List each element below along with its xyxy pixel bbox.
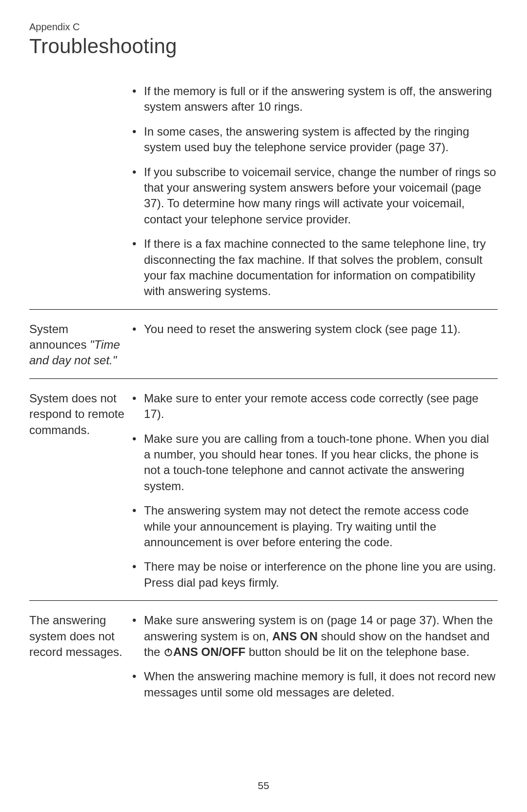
text-fragment: If there is a fax machine connected to t… — [144, 237, 486, 297]
list-item: If you subscribe to voicemail service, c… — [129, 164, 498, 228]
list-item: If the memory is full or if the answerin… — [129, 83, 498, 115]
solutions-list: If the memory is full or if the answerin… — [129, 83, 498, 299]
list-item: In some cases, the answering system is a… — [129, 124, 498, 156]
list-item: If there is a fax machine connected to t… — [129, 236, 498, 299]
list-item: Make sure you are calling from a touch-t… — [129, 431, 498, 495]
list-item: The answering system may not detect the … — [129, 503, 498, 550]
text-fragment: System announces — [29, 322, 90, 351]
text-fragment: There may be noise or interference on th… — [144, 560, 496, 589]
solutions-cell: If the memory is full or if the answerin… — [129, 83, 498, 299]
table-row: System announces "Time and day not set."… — [29, 310, 498, 378]
list-item: Make sure answering system is on (page 1… — [129, 613, 498, 660]
problem-cell — [29, 83, 129, 299]
text-fragment: Make sure to enter your remote access co… — [144, 392, 479, 420]
text-fragment: The answering system does not record mes… — [29, 614, 122, 658]
text-fragment: Make sure you are calling from a touch-t… — [144, 432, 489, 493]
list-item: There may be noise or interference on th… — [129, 559, 498, 591]
page: Appendix C Troubleshooting If the memory… — [0, 0, 527, 812]
list-item: You need to reset the answering system c… — [129, 321, 498, 337]
solutions-list: Make sure to enter your remote access co… — [129, 391, 498, 591]
text-fragment: When the answering machine memory is ful… — [144, 670, 495, 698]
text-fragment: If the memory is full or if the answerin… — [144, 84, 492, 113]
problem-cell: System announces "Time and day not set." — [29, 321, 129, 369]
solutions-list: Make sure answering system is on (page 1… — [129, 613, 498, 700]
text-fragment: ANS ON — [272, 630, 318, 643]
table-row: If the memory is full or if the answerin… — [29, 72, 498, 309]
appendix-label: Appendix C — [29, 21, 498, 33]
page-number: 55 — [0, 780, 527, 792]
solutions-cell: Make sure to enter your remote access co… — [129, 391, 498, 591]
list-item: Make sure to enter your remote access co… — [129, 391, 498, 422]
text-fragment: System does not respond to remote comman… — [29, 392, 124, 436]
page-title: Troubleshooting — [29, 35, 498, 58]
power-icon — [163, 647, 173, 657]
text-fragment: button should be lit on the telephone ba… — [245, 645, 469, 658]
table-row: The answering system does not record mes… — [29, 601, 498, 710]
text-fragment: The answering system may not detect the … — [144, 504, 469, 549]
text-fragment: In some cases, the answering system is a… — [144, 125, 469, 154]
solutions-cell: Make sure answering system is on (page 1… — [129, 613, 498, 700]
problem-cell: System does not respond to remote comman… — [29, 391, 129, 591]
troubleshooting-table: If the memory is full or if the answerin… — [29, 72, 498, 710]
text-fragment: You need to reset the answering system c… — [144, 322, 461, 336]
text-fragment: ANS ON/OFF — [173, 645, 245, 658]
solutions-list: You need to reset the answering system c… — [129, 321, 498, 337]
text-fragment: If you subscribe to voicemail service, c… — [144, 165, 496, 226]
table-row: System does not respond to remote comman… — [29, 379, 498, 600]
solutions-cell: You need to reset the answering system c… — [129, 321, 498, 369]
list-item: When the answering machine memory is ful… — [129, 669, 498, 700]
problem-cell: The answering system does not record mes… — [29, 613, 129, 700]
